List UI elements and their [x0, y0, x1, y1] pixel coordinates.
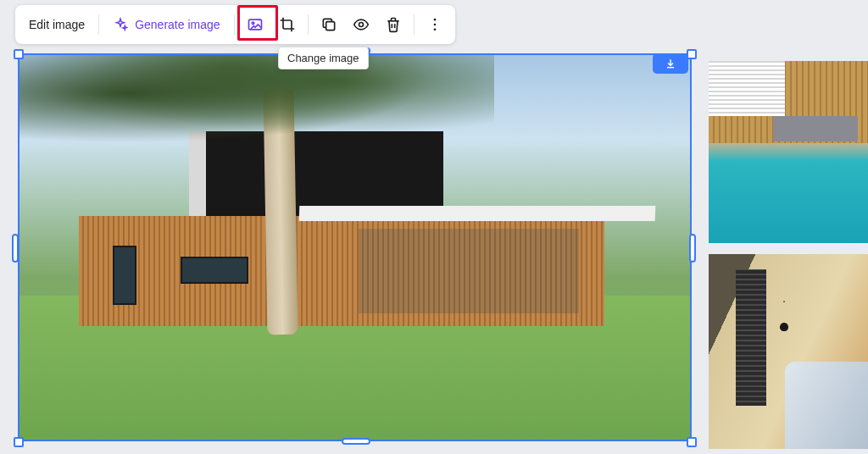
generate-image-button[interactable]: Generate image [104, 17, 228, 32]
svg-point-4 [433, 19, 436, 21]
download-image-button[interactable] [653, 53, 688, 74]
svg-point-6 [433, 29, 436, 31]
image-toolbar: Edit image Generate image [15, 5, 455, 44]
edit-image-button[interactable]: Edit image [20, 18, 93, 31]
selected-image-frame[interactable] [18, 53, 692, 441]
svg-point-5 [433, 24, 436, 26]
svg-rect-2 [326, 22, 334, 30]
more-options-button[interactable] [420, 9, 450, 40]
sparkle-icon [113, 17, 128, 32]
separator [308, 14, 309, 35]
image-house [79, 131, 604, 326]
generate-image-label: Generate image [135, 18, 220, 31]
resize-handle-bottom-right[interactable] [687, 437, 697, 447]
svg-point-1 [252, 22, 254, 24]
copy-button[interactable] [314, 9, 344, 40]
image-tree-foliage [19, 55, 494, 157]
main-house-image[interactable] [19, 55, 690, 440]
change-image-button[interactable] [240, 9, 270, 40]
svg-point-3 [359, 23, 363, 27]
resize-handle-right[interactable] [689, 234, 696, 263]
delete-button[interactable] [378, 9, 409, 40]
resize-handle-left[interactable] [12, 234, 19, 263]
change-image-tooltip: Change image [278, 47, 369, 69]
resize-handle-top-left[interactable] [14, 49, 24, 59]
separator [98, 14, 99, 35]
crop-button[interactable] [272, 9, 303, 40]
pool-image[interactable] [709, 61, 868, 243]
separator [414, 14, 415, 35]
resize-handle-bottom[interactable] [342, 438, 370, 445]
separator [234, 14, 235, 35]
bedroom-image[interactable] [709, 254, 868, 449]
canvas-area[interactable] [15, 51, 868, 454]
resize-handle-bottom-left[interactable] [14, 437, 24, 447]
visibility-button[interactable] [346, 9, 376, 40]
